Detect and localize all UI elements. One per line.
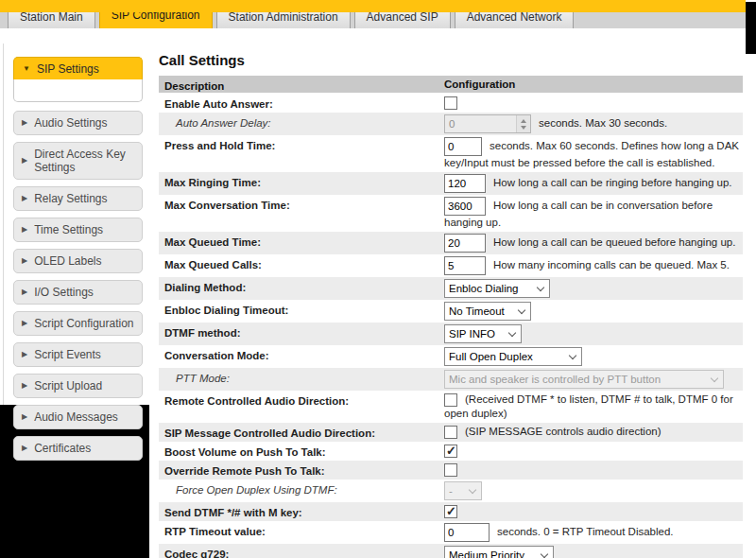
select-value: - — [449, 484, 453, 498]
press-and-hold-time-input[interactable] — [444, 137, 482, 156]
triangle-right-icon: ▶ — [22, 286, 27, 299]
table-row: Remote Controlled Audio Direction: (Rece… — [159, 391, 743, 423]
sidebar-item-sip-settings[interactable]: ▼ SIP Settings — [13, 57, 143, 79]
setting-help: How long a call can be ringing before ha… — [493, 177, 732, 188]
setting-label: Send DTMF */# with M key: — [164, 507, 302, 518]
sidebar-item-io-settings[interactable]: ▶ I/O Settings — [13, 280, 143, 305]
accent-bar — [0, 0, 746, 12]
conversation-mode-select[interactable]: Full Open Duplex — [444, 347, 582, 366]
triangle-right-icon: ▶ — [22, 317, 27, 330]
sidebar-item-label: Direct Access Key Settings — [34, 148, 134, 174]
sidebar-item-label: Audio Settings — [34, 116, 107, 130]
settings-table: Enable Auto Answer: Auto Answer Delay: 0… — [159, 94, 743, 558]
setting-label: Dialing Method: — [164, 282, 246, 293]
boost-volume-on-ptt-checkbox[interactable] — [444, 445, 457, 458]
setting-label: Max Conversation Time: — [164, 200, 290, 211]
setting-label: RTP Timeout value: — [164, 526, 266, 537]
setting-help: (Received DTMF * to listen, DTMF # to ta… — [444, 393, 733, 419]
chevron-down-icon — [518, 305, 525, 313]
table-row: RTP Timeout value: seconds. 0 = RTP Time… — [159, 521, 743, 544]
sidebar-item-label: Script Events — [34, 348, 101, 361]
select-value: Enbloc Dialing — [449, 282, 519, 296]
column-header-description: Description — [164, 78, 444, 92]
sidebar-item-label: Time Settings — [34, 223, 103, 236]
chevron-down-icon — [711, 374, 718, 381]
table-row: Enable Auto Answer: — [159, 94, 743, 113]
select-value: Mic and speaker is controlled by PTT but… — [449, 373, 661, 387]
sidebar-item-label: OLED Labels — [34, 254, 101, 268]
setting-help: How many incoming calls can be queued. M… — [493, 259, 730, 270]
sidebar-group-body — [13, 79, 143, 102]
ptt-mode-select: Mic and speaker is controlled by PTT but… — [444, 370, 724, 389]
auto-answer-delay-spinner[interactable]: 0 — [444, 114, 531, 133]
table-row: Max Conversation Time: How long a call c… — [159, 195, 743, 232]
sidebar-item-script-events[interactable]: ▶ Script Events — [13, 342, 143, 367]
page-left-border — [3, 44, 4, 405]
select-value: Full Open Duplex — [449, 350, 533, 364]
table-row: Max Queued Calls: How many incoming call… — [159, 254, 743, 277]
max-conversation-time-input[interactable] — [444, 197, 486, 216]
setting-help: seconds. 0 = RTP Timeout Disabled. — [497, 526, 674, 537]
setting-help: seconds. Max 30 seconds. — [539, 117, 667, 129]
select-value: SIP INFO — [449, 327, 495, 341]
main-content: Call Settings Description Configuration … — [159, 52, 743, 558]
sidebar-item-audio-messages[interactable]: ▶ Audio Messages — [13, 405, 143, 429]
spinner-down-icon[interactable] — [521, 126, 526, 130]
sidebar-item-time-settings[interactable]: ▶ Time Settings — [13, 218, 143, 242]
sidebar-group-sip-settings: ▼ SIP Settings — [13, 57, 143, 102]
dtmf-method-select[interactable]: SIP INFO — [444, 324, 522, 343]
sidebar-item-direct-access-key-settings[interactable]: ▶ Direct Access Key Settings — [13, 142, 143, 180]
triangle-right-icon: ▶ — [22, 154, 27, 167]
triangle-right-icon: ▶ — [22, 192, 27, 205]
setting-label: Enable Auto Answer: — [164, 98, 273, 110]
table-row: Boost Volume on Push To Talk: — [159, 442, 743, 461]
sidebar-item-audio-settings[interactable]: ▶ Audio Settings — [13, 111, 143, 135]
sidebar-item-relay-settings[interactable]: ▶ Relay Settings — [13, 186, 143, 211]
send-dtmf-with-m-key-checkbox[interactable] — [444, 505, 457, 518]
setting-label: Auto Answer Delay: — [164, 117, 271, 129]
setting-label: Enbloc Dialing Timeout: — [164, 305, 288, 316]
rtp-timeout-input[interactable] — [444, 523, 490, 542]
sidebar-item-script-upload[interactable]: ▶ Script Upload — [13, 374, 143, 398]
remote-controlled-audio-direction-checkbox[interactable] — [444, 393, 457, 407]
chevron-down-icon — [508, 328, 516, 336]
triangle-right-icon: ▶ — [22, 116, 27, 130]
table-row: Max Ringing Time: How long a call can be… — [159, 172, 743, 195]
max-queued-time-input[interactable] — [444, 234, 486, 253]
select-value: Medium Priority — [449, 549, 524, 558]
sidebar-item-label: Script Configuration — [34, 317, 133, 330]
setting-label: PTT Mode: — [164, 373, 230, 384]
sidebar-item-label: I/O Settings — [34, 286, 94, 299]
chevron-down-icon — [537, 283, 544, 290]
sidebar-item-label: Script Upload — [34, 379, 102, 392]
sidebar-item-script-configuration[interactable]: ▶ Script Configuration — [13, 311, 143, 336]
chevron-down-icon — [569, 351, 576, 358]
sidebar-nav: ▼ SIP Settings ▶ Audio Settings ▶ Direct… — [13, 57, 143, 467]
codec-g729-select[interactable]: Medium Priority — [444, 546, 554, 558]
table-header-row: Description Configuration — [159, 76, 743, 93]
triangle-right-icon: ▶ — [22, 379, 27, 392]
sip-message-controlled-audio-direction-checkbox[interactable] — [444, 426, 457, 439]
max-ringing-time-input[interactable] — [444, 174, 486, 193]
table-row: Enbloc Dialing Timeout: No Timeout — [159, 300, 743, 323]
table-row: Codec g729: Medium Priority — [159, 544, 743, 558]
sidebar-item-certificates[interactable]: ▶ Certificates — [13, 436, 143, 461]
setting-label: DTMF method: — [164, 327, 240, 339]
sidebar-item-oled-labels[interactable]: ▶ OLED Labels — [13, 249, 143, 273]
enbloc-dialing-timeout-select[interactable]: No Timeout — [444, 302, 531, 321]
setting-help: How long a call can be queued before han… — [493, 236, 735, 248]
setting-label: Press and Hold Time: — [164, 140, 275, 151]
table-row: PTT Mode: Mic and speaker is controlled … — [159, 368, 743, 391]
page-title: Call Settings — [159, 52, 743, 68]
dialing-method-select[interactable]: Enbloc Dialing — [444, 279, 550, 298]
spinner-up-icon[interactable] — [521, 119, 526, 123]
spinner-value: 0 — [445, 115, 516, 132]
setting-label: Max Ringing Time: — [164, 177, 261, 188]
enable-auto-answer-checkbox[interactable] — [444, 96, 457, 110]
table-row: Override Remote Push To Talk: — [159, 461, 743, 480]
triangle-right-icon: ▶ — [22, 348, 27, 361]
max-queued-calls-input[interactable] — [444, 256, 486, 275]
override-remote-ptt-checkbox[interactable] — [444, 463, 457, 477]
select-value: No Timeout — [449, 305, 505, 319]
setting-label: Codec g729: — [164, 549, 229, 558]
